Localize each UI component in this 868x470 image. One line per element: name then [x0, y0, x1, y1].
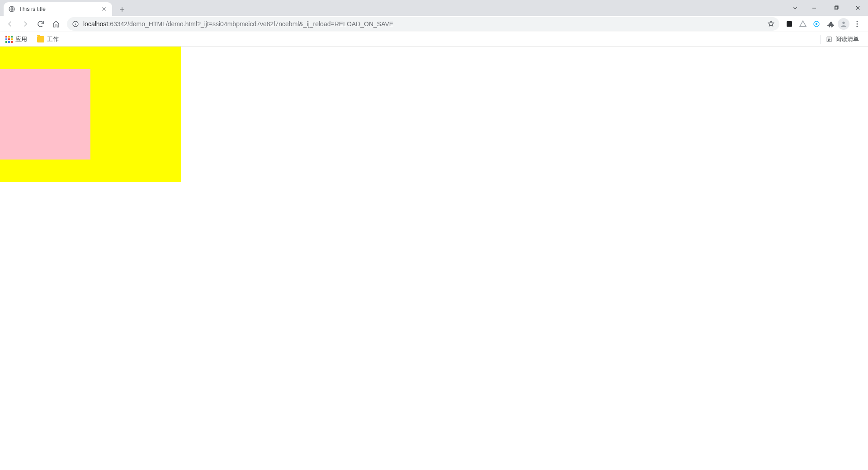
reading-list-icon	[826, 36, 833, 43]
window-close-button[interactable]	[847, 1, 868, 15]
url-host: localhost	[83, 20, 108, 28]
forward-button[interactable]	[18, 17, 33, 31]
address-bar[interactable]: localhost:63342/demo_HTML/demo.html?_ijt…	[67, 17, 779, 31]
svg-point-6	[816, 23, 818, 25]
bookmark-folder-label: 工作	[47, 35, 59, 43]
folder-icon	[37, 36, 44, 42]
extensions-menu-icon[interactable]	[824, 18, 836, 30]
url-text: localhost:63342/demo_HTML/demo.html?_ijt…	[83, 20, 763, 28]
chevron-down-icon[interactable]	[788, 1, 803, 15]
window-maximize-button[interactable]	[826, 1, 846, 15]
browser-tabstrip: This is title	[0, 0, 868, 16]
browser-tab-active[interactable]: This is title	[4, 2, 112, 16]
extension-icon-1[interactable]	[783, 18, 796, 30]
reload-button[interactable]	[33, 17, 48, 31]
close-icon[interactable]	[100, 5, 108, 13]
kebab-menu-icon[interactable]	[851, 18, 863, 30]
site-info-icon[interactable]	[71, 20, 80, 28]
new-tab-button[interactable]	[116, 3, 128, 16]
home-button[interactable]	[49, 17, 63, 31]
globe-icon	[8, 5, 15, 13]
window-controls	[788, 0, 868, 16]
browser-toolbar: localhost:63342/demo_HTML/demo.html?_ijt…	[0, 16, 868, 32]
url-rest: :63342/demo_HTML/demo.html?_ijt=ssi04mbp…	[108, 20, 393, 28]
tab-title: This is title	[19, 6, 97, 12]
bookmarks-apps-button[interactable]: 应用	[4, 33, 29, 45]
divider	[821, 35, 821, 44]
avatar-icon	[838, 18, 849, 30]
svg-point-10	[857, 25, 858, 27]
reading-list-button[interactable]: 阅读清单	[824, 33, 861, 45]
toolbar-actions	[783, 18, 865, 30]
extension-icon-2[interactable]	[797, 18, 809, 30]
bookmark-star-icon[interactable]	[767, 20, 775, 28]
window-minimize-button[interactable]	[804, 1, 825, 15]
back-button[interactable]	[3, 17, 17, 31]
profile-avatar[interactable]	[837, 18, 850, 30]
reading-list-label: 阅读清单	[835, 35, 859, 43]
svg-point-7	[842, 21, 844, 24]
extension-icon-3[interactable]	[810, 18, 823, 30]
page-viewport	[0, 47, 868, 470]
svg-point-9	[857, 23, 858, 24]
apps-grid-icon	[5, 36, 13, 43]
demo-inner-box	[0, 69, 90, 160]
bookmark-folder-work[interactable]: 工作	[35, 33, 61, 45]
svg-rect-4	[787, 21, 792, 27]
bookmarks-apps-label: 应用	[15, 35, 27, 43]
svg-point-8	[857, 21, 858, 22]
bookmarks-bar: 应用 工作 阅读清单	[0, 32, 868, 47]
